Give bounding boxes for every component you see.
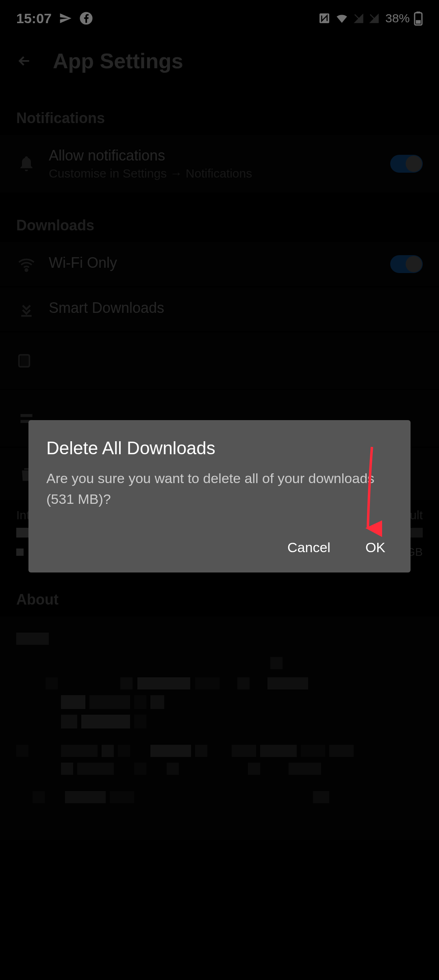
delete-downloads-dialog: Delete All Downloads Are you sure you wa…	[28, 420, 411, 572]
cancel-button[interactable]: Cancel	[280, 534, 338, 561]
dialog-actions: Cancel OK	[46, 534, 393, 561]
ok-button[interactable]: OK	[358, 534, 393, 561]
dialog-title: Delete All Downloads	[46, 438, 393, 458]
dialog-message: Are you sure you want to delete all of y…	[46, 468, 393, 510]
